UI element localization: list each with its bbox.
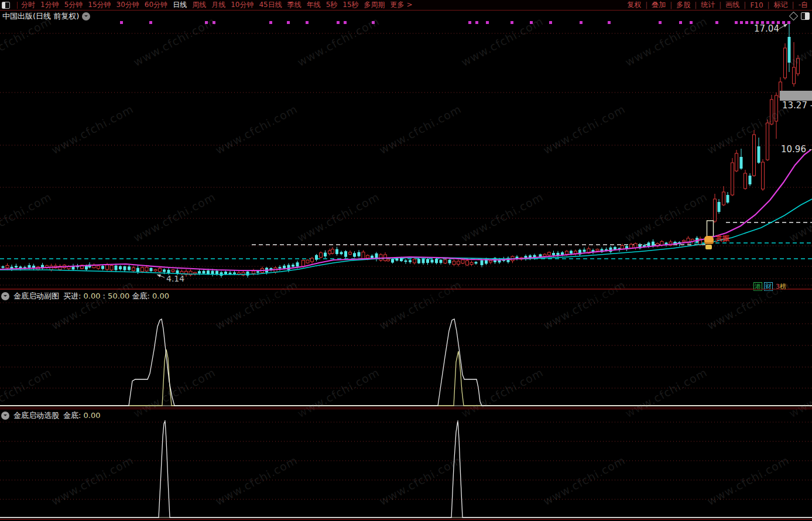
indicator-value: 50.00: [108, 292, 132, 300]
title-dropdown-icon[interactable]: [82, 12, 90, 20]
indicator-value: 0.00: [84, 411, 101, 420]
panel2-title[interactable]: 金底启动副图: [13, 291, 59, 301]
panel3-collapse-icon[interactable]: [1, 412, 9, 420]
price-label-high: 17.04: [754, 23, 779, 34]
stock-title: 中国出版(日线 前复权): [2, 11, 79, 22]
panel3-values: 金底: 0.00: [63, 410, 100, 421]
main-chart-canvas[interactable]: [0, 0, 812, 521]
panel3-header: 金底启动选股 金底: 0.00: [0, 409, 812, 422]
chart-title-row: 中国出版(日线 前复权): [2, 11, 90, 22]
resonance-label: 共振: [715, 234, 729, 244]
indicator-value: 金底:: [63, 411, 84, 420]
indicator-value: 0.00: [84, 292, 103, 300]
panel3-title[interactable]: 金底启动选股: [13, 410, 59, 421]
price-label-range-upper: 13.27 - 13: [782, 100, 812, 111]
price-label-range-mid: 10.96 - 10.97: [781, 144, 812, 155]
indicator-value: 买进:: [63, 292, 84, 300]
corner-icons: [790, 12, 810, 20]
diamond-icon[interactable]: [789, 12, 799, 21]
indicator-value: 0.00: [152, 292, 169, 300]
panel2-header: 金底启动副图 买进: 0.00 : 50.00 金底: 0.00: [0, 289, 812, 303]
hand-grab-icon: [704, 236, 714, 250]
layout-split-icon[interactable]: [801, 12, 810, 20]
panel2-values: 买进: 0.00 : 50.00 金底: 0.00: [63, 291, 169, 301]
app-window: 分时1分钟5分钟15分钟30分钟60分钟日线周线月线10分钟45日线季线年线5秒…: [0, 0, 812, 521]
indicator-value: 金底:: [132, 292, 152, 300]
indicator-value: :: [103, 292, 108, 300]
price-label-low: 4.14: [166, 274, 184, 283]
panel2-collapse-icon[interactable]: [1, 292, 9, 300]
price-highlight-bar: [780, 91, 812, 101]
